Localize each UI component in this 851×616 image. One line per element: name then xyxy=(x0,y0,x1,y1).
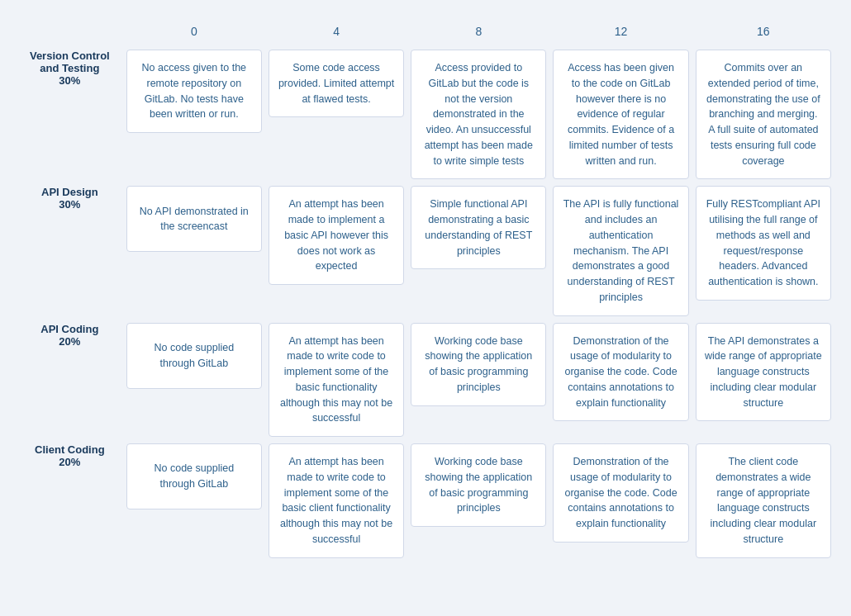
table-cell: No API demonstrated in the screencast xyxy=(123,182,265,319)
table-cell: Working code base showing the applicatio… xyxy=(407,320,549,441)
cell-text: An attempt has been made to write code t… xyxy=(278,334,395,427)
header-empty xyxy=(17,17,123,46)
row-label-3: Client Coding20% xyxy=(17,440,123,562)
cell-text: Access has been given to the code on Git… xyxy=(562,60,679,168)
cell-box: The client code demonstrates a wide rang… xyxy=(696,443,831,558)
cell-text: No code supplied through GitLab xyxy=(135,461,253,492)
cell-text: Working code base showing the applicatio… xyxy=(420,454,537,516)
table-cell: An attempt has been made to write code t… xyxy=(265,320,407,441)
cell-box: No code supplied through GitLab xyxy=(126,443,262,509)
row-title: API Coding xyxy=(40,323,98,335)
table-cell: The API is fully functional and includes… xyxy=(549,182,692,319)
rubric-table: 0 4 8 12 16 Version Control and Testing3… xyxy=(17,17,834,562)
table-cell: The client code demonstrates a wide rang… xyxy=(692,440,834,562)
cell-box: Working code base showing the applicatio… xyxy=(411,323,546,406)
header-score-1: 4 xyxy=(265,17,407,46)
cell-text: Some code access provided. Limited attem… xyxy=(278,60,395,107)
row-title: Client Coding xyxy=(35,443,105,456)
table-cell: An attempt has been made to write code t… xyxy=(265,440,407,562)
cell-box: No access given to the remote repository… xyxy=(126,50,262,133)
cell-box: Access provided to GitLab but the code i… xyxy=(411,50,546,179)
table-cell: Access provided to GitLab but the code i… xyxy=(407,46,549,182)
cell-box: No API demonstrated in the screencast xyxy=(126,186,262,252)
cell-text: An attempt has been made to write code t… xyxy=(278,454,395,547)
table-cell: An attempt has been made to implement a … xyxy=(265,182,407,319)
cell-box: Access has been given to the code on Git… xyxy=(553,50,688,179)
header-score-0: 0 xyxy=(123,17,265,46)
cell-text: The client code demonstrates a wide rang… xyxy=(705,454,822,547)
table-cell: The API demonstrates a wide range of app… xyxy=(692,320,834,441)
cell-box: No code supplied through GitLab xyxy=(126,323,262,389)
cell-box: Demonstration of the usage of modularity… xyxy=(553,323,688,422)
cell-text: Demonstration of the usage of modularity… xyxy=(562,454,679,532)
cell-box: An attempt has been made to write code t… xyxy=(269,323,404,438)
row-weight: 20% xyxy=(59,456,80,468)
cell-text: No API demonstrated in the screencast xyxy=(135,204,253,235)
table-cell: Demonstration of the usage of modularity… xyxy=(549,440,692,562)
table-cell: Commits over an extended period of time,… xyxy=(692,46,834,182)
cell-text: No access given to the remote repository… xyxy=(135,60,253,122)
row-label-1: API Design30% xyxy=(17,182,123,319)
row-weight: 30% xyxy=(59,74,80,87)
table-cell: Access has been given to the code on Git… xyxy=(549,46,692,182)
row-label-0: Version Control and Testing30% xyxy=(17,46,123,182)
cell-text: Simple functional API demonstrating a ba… xyxy=(420,197,537,258)
table-cell: Fully RESTcompliant API utilising the fu… xyxy=(692,182,834,319)
header-score-3: 12 xyxy=(549,17,692,46)
cell-text: Working code base showing the applicatio… xyxy=(420,334,537,396)
cell-text: Commits over an extended period of time,… xyxy=(705,60,822,168)
cell-box: An attempt has been made to write code t… xyxy=(269,443,404,558)
table-cell: No access given to the remote repository… xyxy=(123,46,265,182)
cell-box: The API is fully functional and includes… xyxy=(553,186,688,315)
cell-text: No code supplied through GitLab xyxy=(135,340,253,372)
table-cell: No code supplied through GitLab xyxy=(123,320,265,441)
cell-box: Commits over an extended period of time,… xyxy=(696,50,831,179)
cell-box: Working code base showing the applicatio… xyxy=(411,443,546,527)
header-score-2: 8 xyxy=(407,17,549,46)
table-cell: Some code access provided. Limited attem… xyxy=(265,46,407,182)
header-score-4: 16 xyxy=(692,17,834,46)
row-weight: 30% xyxy=(59,198,80,211)
cell-text: An attempt has been made to implement a … xyxy=(278,197,395,274)
cell-text: Demonstration of the usage of modularity… xyxy=(562,334,679,411)
cell-text: The API is fully functional and includes… xyxy=(562,197,679,305)
table-cell: Demonstration of the usage of modularity… xyxy=(549,320,692,441)
row-weight: 20% xyxy=(59,335,80,348)
cell-box: Some code access provided. Limited attem… xyxy=(269,50,404,117)
cell-box: Fully RESTcompliant API utilising the fu… xyxy=(696,186,831,301)
row-title: Version Control and Testing xyxy=(30,50,110,74)
cell-text: Fully RESTcompliant API utilising the fu… xyxy=(705,197,822,290)
cell-text: The API demonstrates a wide range of app… xyxy=(705,334,822,411)
row-label-2: API Coding20% xyxy=(17,320,123,441)
cell-box: An attempt has been made to implement a … xyxy=(269,186,404,285)
table-cell: Working code base showing the applicatio… xyxy=(407,440,549,562)
cell-box: The API demonstrates a wide range of app… xyxy=(696,323,831,422)
cell-text: Access provided to GitLab but the code i… xyxy=(420,60,537,168)
table-cell: Simple functional API demonstrating a ba… xyxy=(407,182,549,319)
cell-box: Demonstration of the usage of modularity… xyxy=(553,443,688,543)
table-cell: No code supplied through GitLab xyxy=(123,440,265,562)
cell-box: Simple functional API demonstrating a ba… xyxy=(411,186,546,269)
row-title: API Design xyxy=(41,186,98,198)
